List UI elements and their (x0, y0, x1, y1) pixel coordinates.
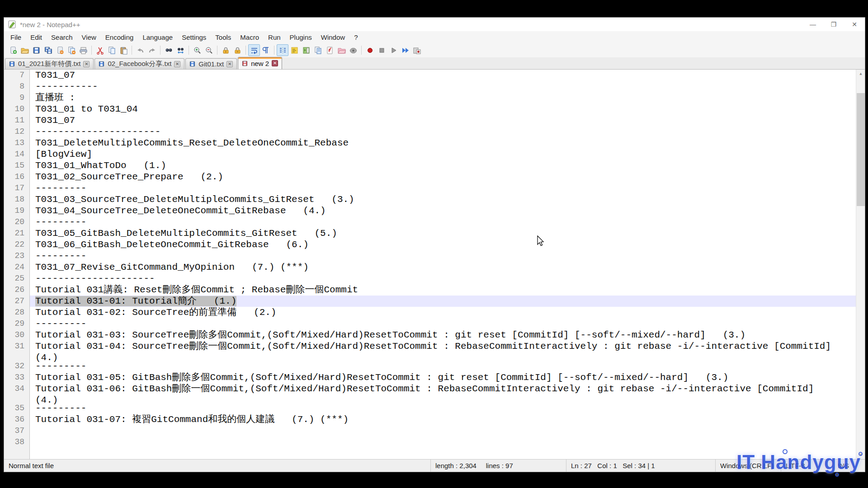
scrollbar-thumb[interactable] (857, 93, 865, 206)
editor-line-8[interactable]: 8----------- (4, 81, 856, 92)
editor-line-22[interactable]: 22T031_06_GitBash_DeleteOneCommit_GitReb… (4, 239, 856, 250)
tab-3[interactable]: Git01.txt✕ (185, 58, 237, 69)
folder-as-workspace-icon[interactable] (335, 44, 347, 56)
tab-2[interactable]: 02_Facebook分享.txt✕ (94, 58, 184, 69)
stop-recording-icon[interactable] (376, 44, 387, 56)
run-macro-multiple-icon[interactable] (399, 44, 411, 56)
tab-close-icon[interactable]: ✕ (174, 61, 180, 67)
document-list-icon[interactable] (312, 44, 324, 56)
editor-line-30[interactable]: 30Tutorial 031-03: SourceTree刪除多個Commit,… (4, 329, 856, 341)
menu-settings[interactable]: Settings (177, 32, 211, 42)
playback-macro-icon[interactable] (387, 44, 399, 56)
record-macro-icon[interactable] (364, 44, 376, 56)
new-file-icon[interactable] (7, 44, 19, 56)
document-map-icon[interactable] (300, 44, 312, 56)
undo-icon[interactable] (134, 44, 146, 56)
editor-empty-area[interactable] (4, 448, 856, 459)
tab-4[interactable]: new 2✕ (238, 57, 282, 69)
editor-line-14[interactable]: 14[BlogView] (4, 149, 856, 160)
tab-close-icon[interactable]: ✕ (83, 61, 90, 67)
indent-guide-icon[interactable] (277, 44, 288, 56)
unsaved-file-icon (241, 60, 248, 67)
save-macro-icon[interactable] (411, 44, 423, 56)
editor-line-36[interactable]: 36Tutorial 031-07: 複習GitCommand和我的個人建議 (… (4, 414, 856, 425)
save-icon[interactable] (30, 44, 42, 56)
zoom-out-icon[interactable] (203, 44, 215, 56)
redo-icon[interactable] (146, 44, 158, 56)
open-file-icon[interactable] (19, 44, 30, 56)
close-button[interactable]: ✕ (844, 18, 865, 31)
line-number: 28 (4, 307, 30, 318)
editor-area[interactable]: 7T031_078-----------9直播班 :10T031_01 to T… (4, 70, 865, 459)
file-monitoring-icon[interactable] (347, 44, 359, 56)
title-bar: *new 2 - Notepad++ — ❐ ✕ (4, 18, 865, 31)
menu-search[interactable]: Search (47, 32, 77, 42)
notepadpp-window: *new 2 - Notepad++ — ❐ ✕ FileEditSearchV… (4, 17, 865, 472)
menu-encoding[interactable]: Encoding (101, 32, 138, 42)
editor-line-38[interactable]: 38 (4, 436, 856, 448)
editor-line-25[interactable]: 25--------------------- (4, 273, 856, 284)
zoom-in-icon[interactable] (191, 44, 203, 56)
macro-script-icon[interactable] (324, 44, 335, 56)
editor-line-32[interactable]: 32--------- (4, 361, 856, 372)
editor-line-10[interactable]: 10T031_01 to T031_04 (4, 103, 856, 115)
editor-line-11[interactable]: 11T031_07 (4, 115, 856, 126)
tab-close-icon[interactable]: ✕ (272, 60, 278, 66)
editor-line-7[interactable]: 7T031_07 (4, 70, 856, 81)
editor-line-19[interactable]: 19T031_04_SourceTree_DeleteOneCommit_Git… (4, 205, 856, 216)
save-all-icon[interactable] (42, 44, 54, 56)
editor-line-15[interactable]: 15T031_01_WhatToDo (1.) (4, 160, 856, 171)
menu-macro[interactable]: Macro (236, 32, 264, 42)
close-icon[interactable] (54, 44, 66, 56)
function-list-icon[interactable] (288, 44, 300, 56)
minimize-button[interactable]: — (802, 18, 823, 31)
editor-line-23[interactable]: 23--------- (4, 250, 856, 262)
menu-window[interactable]: Window (316, 32, 349, 42)
cut-icon[interactable] (94, 44, 106, 56)
editor-line-21[interactable]: 21T031_05_GitBash_DeleteMultipleCommits_… (4, 228, 856, 239)
replace-icon[interactable] (175, 44, 186, 56)
print-icon[interactable] (77, 44, 89, 56)
menu-run[interactable]: Run (264, 32, 285, 42)
editor-line-17[interactable]: 17--------- (4, 183, 856, 194)
menu-view[interactable]: View (77, 32, 101, 42)
word-wrap-icon[interactable] (248, 44, 260, 56)
copy-icon[interactable] (106, 44, 118, 56)
editor-line-16[interactable]: 16T031_02_SourceTree_Prepare (2.) (4, 171, 856, 183)
show-all-characters-icon[interactable] (260, 44, 272, 56)
editor-line-33[interactable]: 33Tutorial 031-05: GitBash刪除多個Commit,(So… (4, 372, 856, 383)
sync-scroll-horizontal-icon[interactable] (231, 44, 243, 56)
sync-scroll-vertical-icon[interactable] (220, 44, 231, 56)
editor-line-24[interactable]: 24T031_07_Revise_GitCommand_MyOpinion (7… (4, 262, 856, 273)
vertical-scrollbar[interactable]: ▲ ▼ (856, 70, 865, 459)
editor-line-29[interactable]: 29--------- (4, 318, 856, 329)
tab-close-icon[interactable]: ✕ (226, 61, 233, 67)
editor-line-31[interactable]: 31Tutorial 031-04: SourceTree刪除一個Commit,… (4, 341, 856, 361)
editor-line-27[interactable]: 27Tutorial 031-01: Tutorial簡介 (1.) (4, 296, 856, 307)
menu-edit[interactable]: Edit (26, 32, 47, 42)
tab-label: 01_2021新年特價.txt (18, 60, 80, 68)
menu-language[interactable]: Language (138, 32, 177, 42)
menu-[interactable]: ? (349, 32, 362, 42)
tab-1[interactable]: 01_2021新年特價.txt✕ (5, 58, 94, 69)
close-all-icon[interactable] (66, 44, 77, 56)
editor-line-37[interactable]: 37 (4, 425, 856, 436)
editor-line-26[interactable]: 26Tutorial 031講義: Reset刪除多個Commit ; Reba… (4, 284, 856, 296)
editor-line-20[interactable]: 20--------- (4, 216, 856, 228)
editor-line-28[interactable]: 28Tutorial 031-02: SourceTree的前置準備 (2.) (4, 307, 856, 318)
menu-file[interactable]: File (6, 32, 26, 42)
menu-plugins[interactable]: Plugins (285, 32, 316, 42)
paste-icon[interactable] (118, 44, 129, 56)
scroll-up-arrow[interactable]: ▲ (856, 70, 865, 78)
editor-line-35[interactable]: 35--------- (4, 403, 856, 414)
maximize-button[interactable]: ❐ (823, 18, 844, 31)
editor-line-18[interactable]: 18T031_03_SourceTree_DeleteMultipleCommi… (4, 194, 856, 205)
editor-line-13[interactable]: 13T031_DeleteMultipleCommits_Reset_Delet… (4, 137, 856, 149)
line-number: 8 (4, 81, 30, 92)
toolbar-separator (274, 46, 274, 55)
menu-tools[interactable]: Tools (211, 32, 236, 42)
editor-line-34[interactable]: 34Tutorial 031-06: GitBash刪除一個Commit,(So… (4, 383, 856, 403)
editor-line-9[interactable]: 9直播班 : (4, 92, 856, 103)
editor-line-12[interactable]: 12---------------------- (4, 126, 856, 137)
find-icon[interactable] (163, 44, 175, 56)
